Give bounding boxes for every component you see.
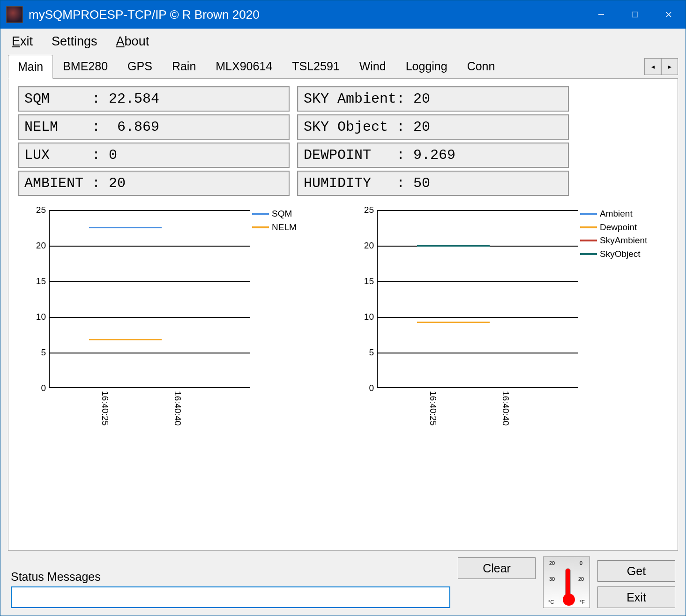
readout-lux: LUX : 0 bbox=[18, 143, 290, 168]
tab-scroll-left[interactable]: ◂ bbox=[644, 58, 661, 75]
therm-unit-f: °F bbox=[580, 599, 585, 605]
tab-gps[interactable]: GPS bbox=[118, 54, 162, 78]
y-tick: 20 bbox=[364, 240, 374, 251]
series-sqm bbox=[89, 227, 162, 228]
readouts: SQM : 22.584 NELM : 6.869 LUX : 0 AMBIEN… bbox=[18, 86, 668, 196]
minimize-button[interactable] bbox=[584, 0, 618, 29]
x-tick: 16:40:25 bbox=[100, 391, 110, 426]
y-tick: 0 bbox=[369, 383, 374, 393]
readout-nelm: NELM : 6.869 bbox=[18, 114, 290, 140]
legend-label: Ambient bbox=[600, 207, 633, 221]
legend-swatch bbox=[580, 253, 597, 255]
status-label: Status Messages bbox=[11, 570, 450, 584]
status-block: Status Messages bbox=[11, 570, 450, 608]
y-tick: 0 bbox=[41, 383, 46, 393]
legend-label: SkyAmbient bbox=[600, 234, 647, 248]
series-dewpoint bbox=[417, 322, 490, 323]
tab-scroll: ◂ ▸ bbox=[644, 58, 678, 75]
tab-main[interactable]: Main bbox=[8, 55, 53, 79]
legend-item: Dewpoint bbox=[580, 221, 647, 234]
y-tick: 5 bbox=[369, 347, 374, 358]
chart-ambient-dewpoint: 051015202516:40:2516:40:40 bbox=[346, 205, 580, 430]
legend-item: SkyAmbient bbox=[580, 234, 647, 248]
legend-item: Ambient bbox=[580, 207, 647, 221]
legend-label: NELM bbox=[272, 221, 297, 234]
tab-mlx90614[interactable]: MLX90614 bbox=[206, 54, 282, 78]
therm-left-bottom: 30 bbox=[547, 576, 557, 582]
get-button[interactable]: Get bbox=[597, 560, 675, 582]
x-tick: 16:40:40 bbox=[172, 391, 183, 426]
legend-swatch bbox=[580, 240, 597, 241]
y-tick: 15 bbox=[36, 276, 46, 286]
therm-left-top: 20 bbox=[547, 560, 557, 566]
window-controls bbox=[584, 0, 686, 29]
legend-swatch bbox=[252, 226, 269, 228]
readout-col-right: SKY Ambient: 20 SKY Object : 20 DEWPOINT… bbox=[297, 86, 569, 196]
legend-item: SQM bbox=[252, 207, 297, 221]
tab-bme280[interactable]: BME280 bbox=[53, 54, 118, 78]
legend-swatch bbox=[252, 213, 269, 215]
legend-label: Dewpoint bbox=[600, 221, 637, 234]
legend-item: NELM bbox=[252, 221, 297, 234]
maximize-button[interactable] bbox=[618, 0, 652, 29]
y-tick: 25 bbox=[364, 205, 374, 215]
tab-strip: Main BME280 GPS Rain MLX90614 TSL2591 Wi… bbox=[0, 54, 686, 78]
tab-wind[interactable]: Wind bbox=[350, 54, 396, 78]
chart-right-legend: AmbientDewpointSkyAmbientSkyObject bbox=[580, 205, 647, 430]
thermometer-icon: 2030 020 °C °F bbox=[543, 556, 590, 608]
therm-right-top: 0 bbox=[576, 560, 586, 566]
clear-button[interactable]: Clear bbox=[458, 557, 536, 579]
app-icon bbox=[6, 6, 23, 23]
menu-about[interactable]: About bbox=[116, 34, 149, 49]
chart-left-wrap: 051015202516:40:2516:40:40 SQMNELM bbox=[18, 205, 336, 430]
y-tick: 20 bbox=[36, 240, 46, 251]
chart-left-legend: SQMNELM bbox=[252, 205, 297, 430]
series-nelm bbox=[89, 339, 162, 340]
exit-button[interactable]: Exit bbox=[597, 586, 675, 608]
menu-settings[interactable]: Settings bbox=[52, 34, 97, 49]
readout-sqm: SQM : 22.584 bbox=[18, 86, 290, 112]
y-tick: 5 bbox=[41, 347, 46, 358]
y-tick: 10 bbox=[36, 312, 46, 322]
readout-sky-object: SKY Object : 20 bbox=[297, 114, 569, 140]
app-window: mySQMPROESP-TCP/IP © R Brown 2020 Exit S… bbox=[0, 0, 686, 616]
legend-swatch bbox=[580, 213, 597, 215]
tab-rain[interactable]: Rain bbox=[162, 54, 206, 78]
x-tick: 16:40:40 bbox=[500, 391, 511, 426]
legend-swatch bbox=[580, 226, 597, 228]
tab-logging[interactable]: Logging bbox=[396, 54, 457, 78]
svg-rect-1 bbox=[633, 12, 638, 17]
titlebar[interactable]: mySQMPROESP-TCP/IP © R Brown 2020 bbox=[0, 0, 686, 29]
tab-conn[interactable]: Conn bbox=[457, 54, 505, 78]
chart-right-wrap: 051015202516:40:2516:40:40 AmbientDewpoi… bbox=[346, 205, 664, 430]
readout-humidity: HUMIDITY : 50 bbox=[297, 171, 569, 196]
therm-right-bottom: 20 bbox=[576, 576, 586, 582]
y-tick: 15 bbox=[364, 276, 374, 286]
status-input[interactable] bbox=[11, 586, 450, 608]
y-tick: 25 bbox=[36, 205, 46, 215]
legend-label: SQM bbox=[272, 207, 292, 221]
charts-row: 051015202516:40:2516:40:40 SQMNELM 05101… bbox=[18, 205, 668, 430]
tab-content-main: SQM : 22.584 NELM : 6.869 LUX : 0 AMBIEN… bbox=[8, 78, 678, 551]
legend-label: SkyObject bbox=[600, 248, 641, 261]
button-col-right: Get Exit bbox=[597, 560, 675, 608]
series-skyobject bbox=[417, 245, 490, 247]
close-button[interactable] bbox=[652, 0, 686, 29]
tab-scroll-right[interactable]: ▸ bbox=[661, 58, 678, 75]
x-tick: 16:40:25 bbox=[428, 391, 438, 426]
tab-tsl2591[interactable]: TSL2591 bbox=[282, 54, 349, 78]
chart-sqm-nelm: 051015202516:40:2516:40:40 bbox=[18, 205, 252, 430]
readout-col-left: SQM : 22.584 NELM : 6.869 LUX : 0 AMBIEN… bbox=[18, 86, 290, 196]
readout-sky-ambient: SKY Ambient: 20 bbox=[297, 86, 569, 112]
therm-unit-c: °C bbox=[548, 599, 554, 605]
bottom-bar: Status Messages Clear 2030 020 °C °F Get… bbox=[0, 551, 686, 616]
menu-exit[interactable]: Exit bbox=[12, 34, 33, 49]
window-title: mySQMPROESP-TCP/IP © R Brown 2020 bbox=[29, 8, 584, 22]
readout-dewpoint: DEWPOINT : 9.269 bbox=[297, 143, 569, 168]
legend-item: SkyObject bbox=[580, 248, 647, 261]
y-tick: 10 bbox=[364, 312, 374, 322]
readout-ambient: AMBIENT : 20 bbox=[18, 171, 290, 196]
menubar: Exit Settings About bbox=[0, 29, 686, 54]
